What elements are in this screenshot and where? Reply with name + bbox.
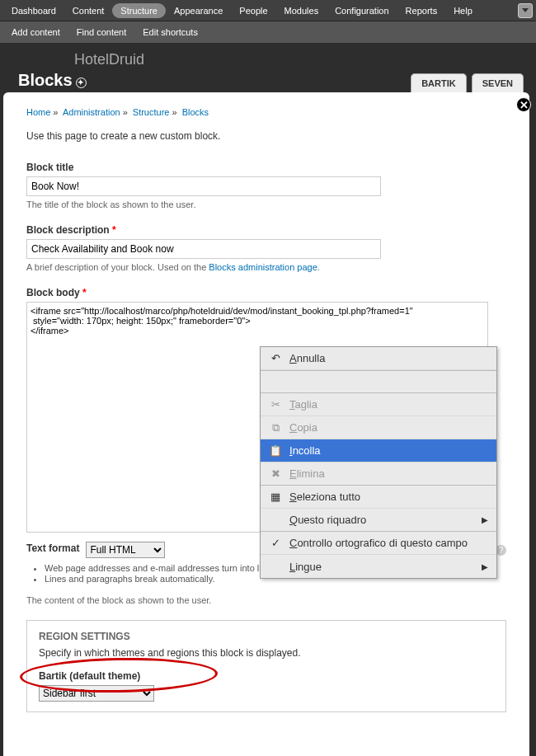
ctx-this-frame[interactable]: Questo riquadro▶ [261,509,496,532]
context-menu: ↶Annulla ✂Taglia ⧉Copia 📋Incolla ✖Elimin… [260,346,497,579]
block-title-desc: The title of the block as shown to the u… [26,200,506,209]
tab-bartik[interactable]: BARTIK [411,73,467,92]
nav-configuration[interactable]: Configuration [327,2,397,20]
page-title: Blocks✦ [18,71,87,90]
add-content-link[interactable]: Add content [3,23,68,41]
paste-icon: 📋 [269,444,282,458]
toolbar-dropdown-icon[interactable] [518,3,533,18]
nav-content[interactable]: Content [64,2,113,20]
undo-icon: ↶ [269,352,282,365]
nav-reports[interactable]: Reports [397,2,446,20]
copy-icon: ⧉ [269,421,282,434]
region-select[interactable]: Sidebar first [39,685,154,702]
ctx-undo[interactable]: ↶Annulla [261,347,496,370]
crumb-blocks[interactable]: Blocks [182,107,209,117]
chevron-right-icon: ▶ [482,515,488,524]
gear-icon[interactable]: ✦ [76,77,87,88]
ctx-cut: ✂Taglia [261,393,496,416]
intro-text: Use this page to create a new custom blo… [26,130,506,142]
ctx-select-all[interactable]: ▦Seleziona tutto [261,486,496,509]
cut-icon: ✂ [269,398,282,411]
nav-people[interactable]: People [231,2,275,20]
find-content-link[interactable]: Find content [68,23,135,41]
nav-dashboard[interactable]: Dashboard [3,2,64,20]
close-icon[interactable]: ✕ [516,97,531,112]
nav-appearance[interactable]: Appearance [166,2,231,20]
region-theme-label: Bartik (default theme) [39,670,494,682]
select-all-icon: ▦ [269,491,282,504]
ctx-delete: ✖Elimina [261,463,496,486]
region-settings: REGION SETTINGS Specify in which themes … [26,620,506,712]
block-desc-desc: A brief description of your block. Used … [26,262,506,272]
ctx-paste[interactable]: 📋Incolla [261,439,496,463]
nav-modules[interactable]: Modules [276,2,327,20]
region-heading: REGION SETTINGS [39,631,494,642]
crumb-admin[interactable]: Administration [63,107,120,117]
block-body-desc: The content of the block as shown to the… [26,595,506,605]
ctx-languages[interactable]: Lingue▶ [261,555,496,578]
nav-help[interactable]: Help [445,2,481,20]
block-title-label: Block title [26,162,506,173]
block-title-input[interactable] [26,176,381,196]
text-format-select[interactable]: Full HTML [86,542,165,558]
edit-shortcuts-link[interactable]: Edit shortcuts [134,23,206,41]
crumb-structure[interactable]: Structure [133,107,170,117]
block-desc-input[interactable] [26,239,381,259]
region-sub: Specify in which themes and regions this… [39,647,494,659]
ctx-copy: ⧉Copia [261,416,496,439]
check-icon: ✓ [269,537,282,550]
shortcut-bar: Add content Find content Edit shortcuts [0,21,536,43]
delete-icon: ✖ [269,467,282,481]
ctx-spellcheck[interactable]: ✓Controllo ortografico di questo campo [261,532,496,555]
breadcrumb: Home» Administration» Structure» Blocks [26,107,506,117]
chevron-right-icon: ▶ [482,562,488,571]
text-format-label: Text format [26,542,79,554]
theme-tabs: BARTIK SEVEN [411,73,524,92]
tab-seven[interactable]: SEVEN [472,73,524,92]
site-name: HotelDruid [74,51,144,68]
admin-toolbar: Dashboard Content Structure Appearance P… [0,0,536,21]
crumb-home[interactable]: Home [26,107,50,117]
nav-structure[interactable]: Structure [112,3,166,18]
site-header: HotelDruid Blocks✦ BARTIK SEVEN [0,43,536,92]
block-body-label: Block body * [26,287,506,298]
block-desc-label: Block description * [26,224,506,236]
blocks-admin-link[interactable]: Blocks administration page [209,262,317,272]
